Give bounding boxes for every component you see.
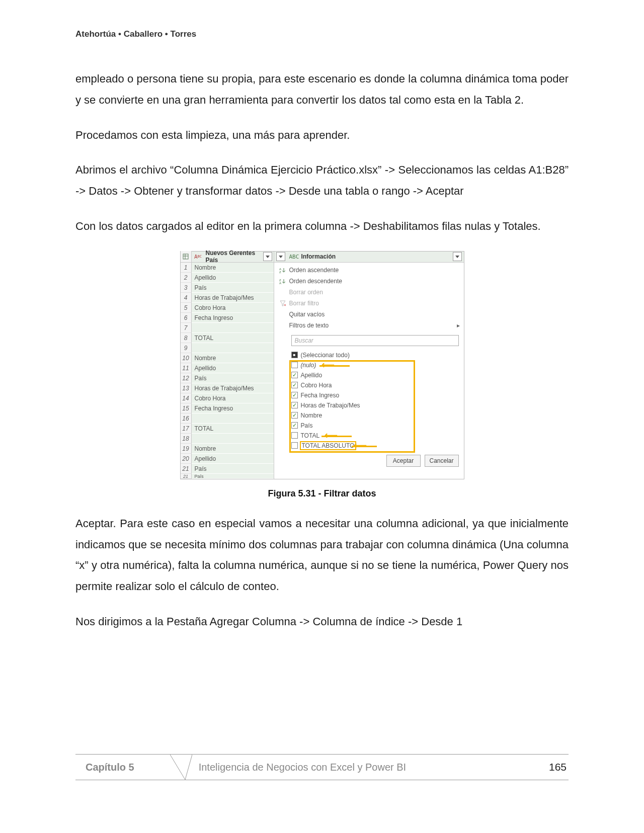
cell-value: Fecha Ingreso: [192, 313, 274, 323]
clear-filter-item: Borrar filtro: [274, 298, 464, 309]
checkbox-checked-icon[interactable]: [291, 392, 298, 398]
filter-label: País: [301, 422, 313, 429]
table-row[interactable]: 15Fecha Ingreso: [181, 403, 274, 413]
footer-book-title: Inteligencia de Negocios con Excel y Pow…: [153, 762, 549, 773]
footer-page-number: 165: [549, 761, 569, 773]
table-row[interactable]: 18: [181, 434, 274, 444]
cell-value: [192, 323, 274, 333]
table-row[interactable]: 9: [181, 343, 274, 353]
footer-chapter: Capítulo 5: [75, 762, 153, 773]
cancel-button[interactable]: Cancelar: [425, 455, 459, 467]
remove-empty-item[interactable]: Quitar vacíos: [274, 309, 464, 320]
row-number: 11: [181, 363, 192, 373]
filter-label: Cobro Hora: [301, 382, 332, 389]
table-icon[interactable]: [181, 251, 192, 262]
checkbox-unchecked-icon[interactable]: [291, 362, 298, 368]
filter-item[interactable]: Horas de Trabajo/Mes: [291, 400, 459, 410]
paragraph: Nos dirigimos a la Pestaña Agregar Colum…: [75, 611, 569, 632]
filter-search-input[interactable]: Buscar: [291, 335, 459, 346]
table-row[interactable]: 3País: [181, 283, 274, 293]
sort-filter-menu: AZ Orden ascendente ZA Orden descendente…: [274, 263, 464, 333]
table-row[interactable]: 19Nombre: [181, 444, 274, 454]
column-filter-dropdown[interactable]: [263, 252, 272, 261]
filter-null[interactable]: (nulo) ⟵: [291, 360, 459, 370]
row-number: 7: [181, 323, 192, 333]
table-row[interactable]: 13Horas de Trabajo/Mes: [181, 383, 274, 393]
table-row[interactable]: 21País: [181, 474, 274, 479]
cell-value: Fecha Ingreso: [192, 403, 274, 413]
svg-line-9: [170, 755, 185, 780]
menu-label: Filtros de texto: [289, 322, 457, 329]
filter-total[interactable]: TOTAL ⟵: [291, 431, 459, 441]
table-row[interactable]: 11Apellido: [181, 363, 274, 373]
sort-asc-item[interactable]: AZ Orden ascendente: [274, 265, 464, 276]
checkbox-checked-icon[interactable]: [291, 372, 298, 378]
table-row[interactable]: 7: [181, 323, 274, 333]
filter-label: (nulo): [301, 362, 316, 369]
checkbox-checked-icon[interactable]: [291, 402, 298, 408]
table-row[interactable]: 14Cobro Hora: [181, 393, 274, 403]
cell-value: Horas de Trabajo/Mes: [192, 383, 274, 393]
column-header[interactable]: ABC Nuevos Gerentes País: [181, 252, 274, 263]
sort-desc-icon: ZA: [279, 278, 289, 285]
filter-label: Fecha Ingreso: [301, 392, 340, 399]
column-filter-dropdown[interactable]: [453, 252, 462, 261]
filter-item[interactable]: Fecha Ingreso: [291, 390, 459, 400]
row-number: 9: [181, 343, 192, 353]
filter-item[interactable]: Apellido: [291, 370, 459, 380]
prev-column-dropdown[interactable]: [276, 252, 285, 261]
table-row[interactable]: 5Cobro Hora: [181, 303, 274, 313]
caption-title: Filtrar datos: [324, 488, 376, 498]
table-row[interactable]: 4Horas de Trabajo/Mes: [181, 293, 274, 303]
filter-item[interactable]: País: [291, 421, 459, 431]
table-row[interactable]: 20Apellido: [181, 454, 274, 464]
table-row[interactable]: 2Apellido: [181, 273, 274, 283]
row-number: 13: [181, 383, 192, 393]
row-number: 12: [181, 373, 192, 383]
table-row[interactable]: 21País: [181, 464, 274, 474]
menu-label: Borrar orden: [289, 289, 464, 296]
row-number: 10: [181, 353, 192, 363]
cell-value: Cobro Hora: [192, 303, 274, 313]
checkbox-unchecked-icon[interactable]: [291, 432, 298, 439]
menu-label: Quitar vacíos: [289, 311, 464, 318]
paragraph: Aceptar. Para este caso en especial vamo…: [75, 513, 569, 597]
filter-item[interactable]: Cobro Hora: [291, 380, 459, 390]
menu-label: Orden ascendente: [289, 267, 464, 274]
cell-value: Cobro Hora: [192, 393, 274, 403]
row-number: 18: [181, 434, 192, 444]
table-row[interactable]: 1Nombre: [181, 263, 274, 273]
row-number: 19: [181, 444, 192, 454]
cell-value: País: [192, 283, 274, 293]
ok-button[interactable]: Aceptar: [386, 455, 421, 467]
filter-label: Horas de Trabajo/Mes: [301, 402, 360, 409]
cell-value: Horas de Trabajo/Mes: [192, 293, 274, 303]
table-row[interactable]: 12País: [181, 373, 274, 383]
filter-item[interactable]: Nombre: [291, 410, 459, 421]
footer-divider-icon: [170, 755, 192, 780]
checkbox-unchecked-icon[interactable]: [291, 442, 298, 449]
row-number: 20: [181, 454, 192, 464]
sort-desc-item[interactable]: ZA Orden descendente: [274, 276, 464, 287]
checkbox-mixed-icon[interactable]: [291, 352, 298, 358]
svg-line-10: [185, 755, 192, 780]
table-row[interactable]: 8TOTAL: [181, 333, 274, 343]
checkbox-checked-icon[interactable]: [291, 412, 298, 419]
text-filters-item[interactable]: Filtros de texto ▸: [274, 320, 464, 331]
filter-select-all[interactable]: (Seleccionar todo): [291, 350, 459, 360]
page-header-authors: Atehortúa • Caballero • Torres: [75, 29, 569, 39]
row-number: 16: [181, 413, 192, 424]
table-row[interactable]: 6Fecha Ingreso: [181, 313, 274, 323]
svg-rect-0: [183, 254, 188, 259]
paragraph: Con los datos cargados al editor en la p…: [75, 216, 569, 237]
column-header-info[interactable]: ABC Información: [274, 252, 464, 263]
checkbox-checked-icon[interactable]: [291, 422, 298, 429]
table-row[interactable]: 10Nombre: [181, 353, 274, 363]
table-row[interactable]: 16: [181, 413, 274, 424]
text-type-icon: ABC: [192, 254, 205, 260]
filter-total-absoluto[interactable]: TOTAL ABSOLUTO ⟵: [291, 441, 459, 451]
table-row[interactable]: 17TOTAL: [181, 424, 274, 434]
row-number: 4: [181, 293, 192, 303]
menu-label: Borrar filtro: [289, 300, 464, 307]
checkbox-checked-icon[interactable]: [291, 382, 298, 388]
